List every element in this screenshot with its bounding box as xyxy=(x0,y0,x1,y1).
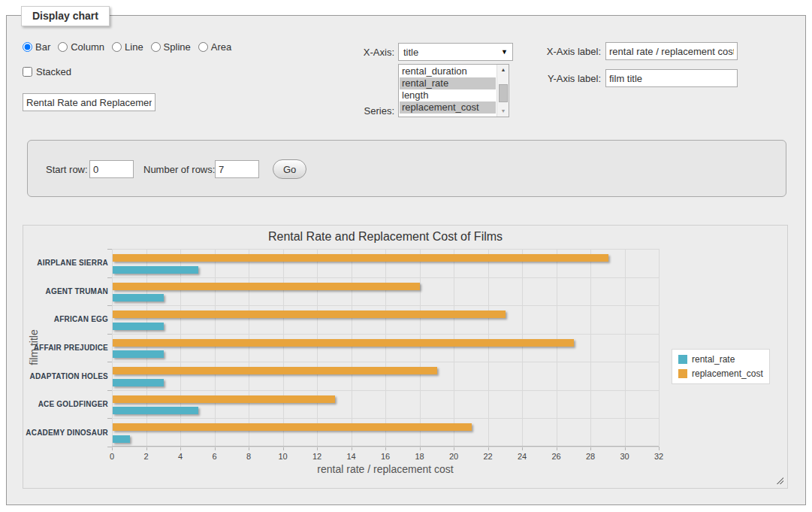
radio-label-bar: Bar xyxy=(35,41,50,53)
bar-replacement_cost xyxy=(113,311,506,318)
y-category-label: ACADEMY DINOSAUR xyxy=(23,418,108,447)
x-tick-label: 22 xyxy=(483,452,492,461)
number-of-rows-input[interactable] xyxy=(215,160,259,178)
bar-replacement_cost xyxy=(113,283,420,290)
legend-swatch-icon xyxy=(678,369,687,378)
y-category-label: ACE GOLDFINGER xyxy=(23,390,108,419)
number-of-rows-label: Number of rows: xyxy=(143,164,215,175)
scrollbar-thumb[interactable] xyxy=(499,84,508,102)
series-option-length[interactable]: length xyxy=(400,89,496,101)
radio-label-line: Line xyxy=(125,41,143,53)
radio-column[interactable] xyxy=(58,42,68,52)
category-gridline xyxy=(112,418,659,419)
gridline xyxy=(317,249,318,446)
radio-option-bar[interactable]: Bar xyxy=(23,41,50,53)
chart-title-input[interactable] xyxy=(23,93,155,111)
x-tick-label: 10 xyxy=(278,452,287,461)
y-tick xyxy=(107,418,112,419)
radio-line[interactable] xyxy=(112,42,122,52)
y-category-label: ADAPTATION HOLES xyxy=(23,362,108,390)
y-category-label: AIRPLANE SIERRA xyxy=(23,249,108,277)
legend-label: replacement_cost xyxy=(692,368,763,379)
scroll-up-icon[interactable]: ▲ xyxy=(497,65,509,75)
bar-rental_rate xyxy=(113,435,130,443)
y-category-label: AGENT TRUMAN xyxy=(23,277,108,306)
y-axis-label-label: Y-Axis label: xyxy=(530,73,601,84)
y-tick xyxy=(107,249,112,250)
category-gridline xyxy=(112,362,659,362)
series-option-rental_rate[interactable]: rental_rate xyxy=(400,77,496,89)
scroll-down-icon[interactable]: ▼ xyxy=(497,106,509,117)
stacked-checkbox-row: Stacked xyxy=(23,66,71,77)
bar-rental_rate xyxy=(113,407,198,414)
bar-replacement_cost xyxy=(113,423,472,431)
radio-area[interactable] xyxy=(198,42,208,52)
gridline xyxy=(215,249,216,446)
category-gridline xyxy=(112,390,659,391)
stacked-checkbox[interactable] xyxy=(23,67,32,77)
radio-option-area[interactable]: Area xyxy=(198,41,231,53)
x-tick-label: 12 xyxy=(312,452,321,461)
y-category-labels: AIRPLANE SIERRAAGENT TRUMANAFRICAN EGGAF… xyxy=(23,249,108,447)
x-tick-label: 0 xyxy=(110,452,114,461)
category-gridline xyxy=(112,305,659,306)
x-tick-label: 6 xyxy=(212,452,216,461)
y-tick xyxy=(107,362,112,362)
x-axis-label-label: X-Axis label: xyxy=(530,46,601,57)
gridline xyxy=(488,249,489,446)
bar-replacement_cost xyxy=(113,254,608,262)
series-option-rental_duration[interactable]: rental_duration xyxy=(400,65,496,77)
gridline xyxy=(454,249,454,446)
gridline xyxy=(625,249,626,446)
legend-item-rental_rate[interactable]: rental_rate xyxy=(678,354,763,365)
radio-option-line[interactable]: Line xyxy=(112,41,143,53)
y-axis-label-input[interactable] xyxy=(605,69,738,87)
gridline xyxy=(659,249,660,446)
legend-swatch-icon xyxy=(678,355,687,364)
x-tick-label: 14 xyxy=(346,452,355,461)
x-tick-label: 18 xyxy=(415,452,424,461)
chart-type-radio-group: BarColumnLineSplineArea xyxy=(23,41,231,53)
start-row-input[interactable] xyxy=(89,160,134,178)
resize-handle-icon[interactable] xyxy=(775,476,783,484)
gridline xyxy=(420,249,421,446)
y-tick xyxy=(107,390,112,391)
x-tick-label: 24 xyxy=(518,452,527,461)
x-axis-select-label: X-Axis: xyxy=(323,47,394,58)
go-button[interactable]: Go xyxy=(273,159,306,179)
radio-option-column[interactable]: Column xyxy=(58,41,104,53)
x-tick-label: 20 xyxy=(449,452,458,461)
x-tick-label: 16 xyxy=(381,452,390,461)
series-options: rental_durationrental_ratelengthreplacem… xyxy=(400,65,496,114)
gridline xyxy=(590,249,591,446)
legend-item-replacement_cost[interactable]: replacement_cost xyxy=(678,368,763,379)
radio-bar[interactable] xyxy=(23,42,32,52)
radio-label-spline: Spline xyxy=(164,41,191,53)
x-axis-label-input[interactable] xyxy=(605,42,738,60)
plot-area: 02468101214161820222426283032 xyxy=(112,249,659,447)
radio-spline[interactable] xyxy=(151,42,161,52)
gridline xyxy=(352,249,352,446)
series-listbox[interactable]: rental_durationrental_ratelengthreplacem… xyxy=(398,64,509,117)
stacked-label: Stacked xyxy=(36,66,71,77)
gridline xyxy=(146,249,147,446)
category-gridline xyxy=(112,447,659,447)
x-axis-select[interactable]: title ▼ xyxy=(398,43,513,61)
bar-rental_rate xyxy=(113,379,164,386)
bar-replacement_cost xyxy=(113,395,335,403)
fieldset-legend: Display chart xyxy=(21,6,110,26)
radio-option-spline[interactable]: Spline xyxy=(151,41,191,53)
gridline xyxy=(522,249,523,446)
bar-rental_rate xyxy=(113,294,164,301)
chart-container: Rental Rate and Replacement Cost of Film… xyxy=(23,225,788,489)
gridline xyxy=(249,249,249,446)
bar-rental_rate xyxy=(113,350,164,358)
x-tick-label: 26 xyxy=(551,452,560,461)
x-axis-title: rental rate / replacement cost xyxy=(112,463,659,475)
gridline xyxy=(283,249,284,446)
x-tick-label: 32 xyxy=(654,452,663,461)
category-gridline xyxy=(112,277,659,278)
series-option-replacement_cost[interactable]: replacement_cost xyxy=(400,101,496,114)
bar-rental_rate xyxy=(113,266,198,274)
series-scrollbar[interactable]: ▲ ▼ xyxy=(497,65,509,117)
